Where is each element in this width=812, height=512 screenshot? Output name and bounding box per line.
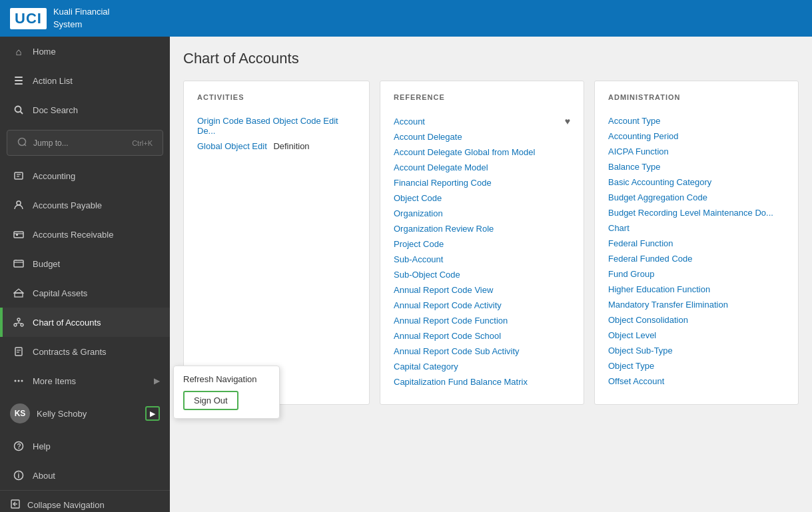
reference-link-2[interactable]: Account Delegate Global from Model [394, 147, 570, 157]
more-items-icon [13, 375, 25, 387]
reference-link-17[interactable]: Capitalization Fund Balance Matrix [394, 377, 570, 387]
reference-link-13[interactable]: Annual Report Code Function [394, 316, 570, 326]
reference-link-11[interactable]: Annual Report Code View [394, 285, 570, 295]
sidebar-item-accounts-receivable[interactable]: Accounts Receivable [0, 220, 170, 249]
admin-links: Account TypeAccounting PeriodAICPA Funct… [608, 116, 785, 386]
admin-link-6[interactable]: Budget Recording Level Maintenance Do... [608, 208, 785, 218]
admin-link-7[interactable]: Chart [608, 223, 785, 233]
reference-link-7[interactable]: Organization Review Role [394, 224, 570, 234]
link-global-object-edit[interactable]: Global Object Edit Definition [197, 141, 356, 151]
svg-rect-0 [15, 77, 23, 78]
page-title: Chart of Accounts [183, 50, 799, 67]
link-text: Budget Recording Level Maintenance Do... [608, 208, 773, 218]
link-text-blue: Global Object Edit [197, 141, 267, 151]
reference-link-4[interactable]: Financial Reporting Code [394, 178, 570, 188]
sidebar-item-label: Chart of Accounts [33, 318, 160, 328]
chart-of-accounts-icon [13, 316, 25, 328]
sidebar-item-budget[interactable]: Budget [0, 249, 170, 278]
admin-link-11[interactable]: Higher Education Function [608, 284, 785, 294]
reference-link-16[interactable]: Capital Category [394, 362, 570, 372]
admin-link-5[interactable]: Budget Aggregation Code [608, 192, 785, 202]
user-section[interactable]: KS Kelly Schoby ▶ [0, 395, 170, 431]
admin-link-0[interactable]: Account Type [608, 116, 785, 126]
logo: UCI Kuali Financial System [10, 6, 109, 30]
svg-line-4 [21, 112, 23, 115]
admin-link-17[interactable]: Offset Account [608, 376, 785, 386]
reference-link-3[interactable]: Account Delegate Model [394, 162, 570, 172]
admin-panel-title: ADMINISTRATION [608, 93, 785, 107]
link-text: Chart [608, 223, 629, 233]
jump-to-input[interactable]: Jump to... Ctrl+K [7, 130, 163, 156]
admin-link-15[interactable]: Object Sub-Type [608, 346, 785, 356]
link-text: Basic Accounting Category [608, 177, 711, 187]
activities-panel-title: ACTIVITIES [197, 93, 356, 107]
svg-marker-19 [14, 289, 23, 293]
link-text: Accounting Period [608, 131, 679, 141]
sidebar-item-more-items[interactable]: More Items ▶ [0, 366, 170, 395]
reference-link-1[interactable]: Account Delegate [394, 132, 570, 142]
link-text: Object Level [608, 330, 656, 340]
svg-point-10 [17, 201, 21, 205]
sidebar-item-capital-assets[interactable]: Capital Assets [0, 278, 170, 308]
sidebar-item-home[interactable]: ⌂ Home [0, 37, 170, 66]
svg-rect-1 [15, 80, 23, 81]
sidebar-item-accounts-payable[interactable]: Accounts Payable [0, 190, 170, 220]
accounts-receivable-icon [13, 228, 25, 240]
sidebar-item-label: Action List [33, 76, 160, 86]
reference-link-10[interactable]: Sub-Object Code [394, 270, 570, 280]
svg-rect-11 [14, 232, 23, 238]
favorite-icon[interactable]: ♥ [565, 116, 570, 127]
admin-link-2[interactable]: AICPA Function [608, 146, 785, 156]
accounting-icon [13, 170, 25, 182]
svg-point-22 [21, 324, 23, 326]
sidebar-item-chart-of-accounts[interactable]: Chart of Accounts [0, 308, 170, 337]
reference-link-14[interactable]: Annual Report Code School [394, 331, 570, 341]
reference-link-15[interactable]: Annual Report Code Sub Activity [394, 346, 570, 356]
admin-link-13[interactable]: Object Consolidation [608, 315, 785, 325]
user-menu-button[interactable]: ▶ [145, 406, 160, 421]
admin-link-9[interactable]: Federal Funded Code [608, 254, 785, 264]
reference-link-5[interactable]: Object Code [394, 193, 570, 203]
admin-link-12[interactable]: Mandatory Transfer Elimination [608, 300, 785, 310]
main-layout: ⌂ Home Action List Doc Search Jump to...… [0, 37, 812, 512]
about-icon: i [13, 469, 25, 481]
svg-rect-18 [15, 293, 23, 297]
admin-link-14[interactable]: Object Level [608, 330, 785, 340]
reference-link-8[interactable]: Project Code [394, 239, 570, 249]
admin-link-8[interactable]: Federal Function [608, 238, 785, 248]
sidebar-item-about[interactable]: i About [0, 461, 170, 490]
link-text: Origin Code Based Object Code Edit De... [197, 116, 356, 136]
accounts-payable-icon [13, 199, 25, 211]
sidebar: ⌂ Home Action List Doc Search Jump to...… [0, 37, 170, 512]
reference-link-0[interactable]: Account♥ [394, 116, 570, 127]
reference-panel-title: REFERENCE [394, 93, 570, 107]
link-text: Object Code [394, 193, 442, 203]
panels-row: ACTIVITIES Origin Code Based Object Code… [183, 81, 799, 405]
sidebar-item-accounting[interactable]: Accounting [0, 161, 170, 190]
reference-link-12[interactable]: Annual Report Code Activity [394, 300, 570, 310]
link-text: Object Sub-Type [608, 346, 673, 356]
link-origin-code[interactable]: Origin Code Based Object Code Edit De... [197, 116, 356, 136]
admin-link-1[interactable]: Accounting Period [608, 131, 785, 141]
link-text: Object Type [608, 361, 654, 371]
sidebar-item-help[interactable]: ? Help [0, 431, 170, 461]
admin-link-3[interactable]: Balance Type [608, 162, 785, 172]
popup-title: Refresh Navigation [183, 374, 270, 384]
admin-link-16[interactable]: Object Type [608, 361, 785, 371]
sidebar-item-contracts-grants[interactable]: Contracts & Grants [0, 337, 170, 366]
admin-link-4[interactable]: Basic Accounting Category [608, 177, 785, 187]
sidebar-item-label: Home [33, 47, 160, 57]
svg-point-3 [15, 107, 21, 113]
reference-link-6[interactable]: Organization [394, 208, 570, 218]
sidebar-item-doc-search[interactable]: Doc Search [0, 95, 170, 125]
activities-panel: ACTIVITIES Origin Code Based Object Code… [183, 81, 370, 405]
budget-icon [13, 258, 25, 270]
sidebar-item-label: Capital Assets [33, 288, 160, 298]
reference-link-9[interactable]: Sub-Account [394, 254, 570, 264]
collapse-navigation[interactable]: Collapse Navigation [0, 490, 170, 512]
sidebar-item-action-list[interactable]: Action List [0, 66, 170, 95]
sidebar-item-label: Accounts Receivable [33, 230, 160, 240]
sign-out-button[interactable]: Sign Out [183, 391, 238, 410]
app-title: Kuali Financial System [53, 6, 110, 30]
admin-link-10[interactable]: Fund Group [608, 269, 785, 279]
